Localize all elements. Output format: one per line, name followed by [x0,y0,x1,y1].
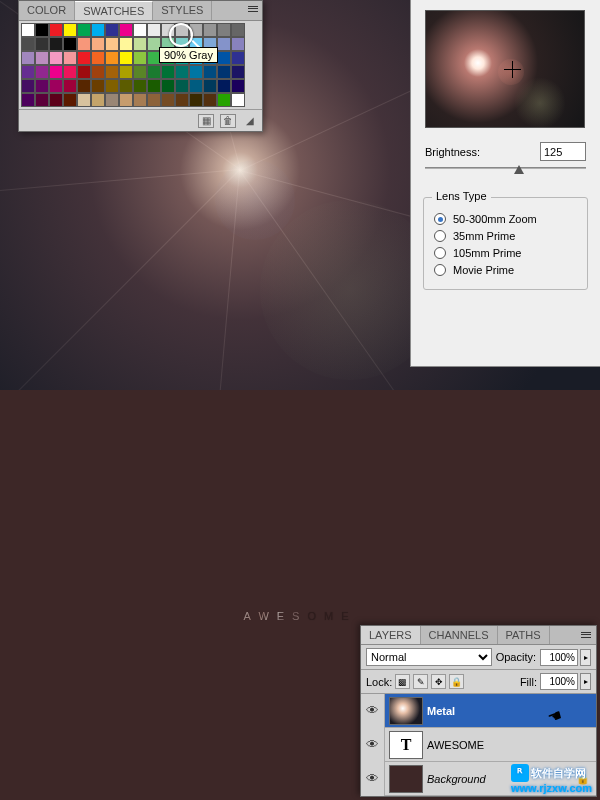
swatch-cell[interactable] [63,37,77,51]
brightness-input[interactable] [540,142,586,161]
fill-input[interactable] [540,673,578,690]
swatch-cell[interactable] [161,79,175,93]
swatch-cell[interactable] [21,93,35,107]
swatch-cell[interactable] [203,79,217,93]
swatch-cell[interactable] [119,23,133,37]
layer-name[interactable]: Background [427,773,576,785]
lens-type-radio[interactable]: 35mm Prime [434,230,577,242]
swatch-cell[interactable] [91,93,105,107]
lock-position-icon[interactable]: ✥ [431,674,446,689]
swatch-cell[interactable] [91,51,105,65]
swatch-cell[interactable] [147,23,161,37]
swatch-cell[interactable] [119,51,133,65]
swatch-cell[interactable] [35,23,49,37]
swatch-cell[interactable] [49,79,63,93]
layer-thumbnail[interactable] [389,697,423,725]
swatch-cell[interactable] [91,23,105,37]
lock-pixels-icon[interactable]: ✎ [413,674,428,689]
slider-thumb-icon[interactable] [514,165,524,174]
visibility-eye-icon[interactable]: 👁 [361,694,385,728]
swatch-cell[interactable] [21,37,35,51]
swatch-cell[interactable] [21,65,35,79]
brightness-slider[interactable] [425,167,586,185]
swatch-cell[interactable] [119,65,133,79]
swatch-cell[interactable] [133,37,147,51]
swatch-cell[interactable] [91,65,105,79]
lens-type-radio[interactable]: 50-300mm Zoom [434,213,577,225]
swatch-cell[interactable] [147,79,161,93]
tab-layers[interactable]: LAYERS [361,626,421,644]
visibility-eye-icon[interactable]: 👁 [361,728,385,762]
swatch-cell[interactable] [203,65,217,79]
panel-menu-icon[interactable] [246,3,260,15]
swatch-cell[interactable] [217,65,231,79]
swatch-cell[interactable] [175,23,189,37]
swatch-cell[interactable] [91,37,105,51]
swatch-cell[interactable] [35,93,49,107]
swatch-cell[interactable] [105,37,119,51]
swatch-cell[interactable] [217,37,231,51]
swatch-cell[interactable] [119,93,133,107]
layer-row[interactable]: 👁Metal [361,694,596,728]
swatch-cell[interactable] [91,79,105,93]
swatch-cell[interactable] [63,93,77,107]
fill-flyout-icon[interactable]: ▸ [580,673,591,690]
swatches-panel[interactable]: COLOR SWATCHES STYLES ▦ 🗑 ◢ 90% Gray [18,0,263,132]
opacity-flyout-icon[interactable]: ▸ [580,649,591,666]
tab-color[interactable]: COLOR [19,1,75,20]
swatch-cell[interactable] [49,65,63,79]
swatch-cell[interactable] [63,23,77,37]
swatch-cell[interactable] [77,65,91,79]
lock-transparency-icon[interactable]: ▩ [395,674,410,689]
layer-row[interactable]: 👁TAWESOME [361,728,596,762]
swatch-cell[interactable] [21,79,35,93]
swatch-cell[interactable] [119,79,133,93]
swatch-cell[interactable] [217,93,231,107]
layer-thumbnail[interactable]: T [389,731,423,759]
swatch-cell[interactable] [217,79,231,93]
swatch-cell[interactable] [147,65,161,79]
swatch-cell[interactable] [231,23,245,37]
swatch-cell[interactable] [77,23,91,37]
swatch-cell[interactable] [77,93,91,107]
swatch-cell[interactable] [77,51,91,65]
swatch-cell[interactable] [35,65,49,79]
swatch-cell[interactable] [189,79,203,93]
resize-grip-icon[interactable]: ◢ [242,114,258,128]
swatch-cell[interactable] [35,79,49,93]
tab-styles[interactable]: STYLES [153,1,212,20]
flare-center-crosshair-icon[interactable] [504,61,521,78]
tab-paths[interactable]: PATHS [498,626,550,644]
swatch-cell[interactable] [161,93,175,107]
tab-channels[interactable]: CHANNELS [421,626,498,644]
swatch-cell[interactable] [189,65,203,79]
delete-swatch-icon[interactable]: 🗑 [220,114,236,128]
swatch-cell[interactable] [189,93,203,107]
swatch-cell[interactable] [21,23,35,37]
swatch-cell[interactable] [105,65,119,79]
layers-panel[interactable]: LAYERS CHANNELS PATHS Normal Opacity: ▸ … [360,625,597,797]
swatch-cell[interactable] [147,93,161,107]
swatch-cell[interactable] [119,37,133,51]
swatch-cell[interactable] [203,93,217,107]
swatch-cell[interactable] [203,23,217,37]
swatch-cell[interactable] [231,37,245,51]
lens-flare-preview[interactable] [425,10,585,128]
swatch-cell[interactable] [49,23,63,37]
lens-type-radio[interactable]: Movie Prime [434,264,577,276]
swatch-cell[interactable] [231,93,245,107]
swatch-cell[interactable] [175,93,189,107]
swatch-cell[interactable] [105,93,119,107]
swatch-grid[interactable] [19,21,262,109]
swatch-cell[interactable] [21,51,35,65]
blend-mode-select[interactable]: Normal [366,648,492,666]
swatch-cell[interactable] [63,51,77,65]
swatch-cell[interactable] [49,51,63,65]
swatch-cell[interactable] [105,23,119,37]
layer-thumbnail[interactable] [389,765,423,793]
visibility-eye-icon[interactable]: 👁 [361,762,385,796]
layer-row[interactable]: 👁Background🔒 [361,762,596,796]
layer-name[interactable]: Metal [427,705,596,717]
swatch-cell[interactable] [133,93,147,107]
swatch-cell[interactable] [231,51,245,65]
